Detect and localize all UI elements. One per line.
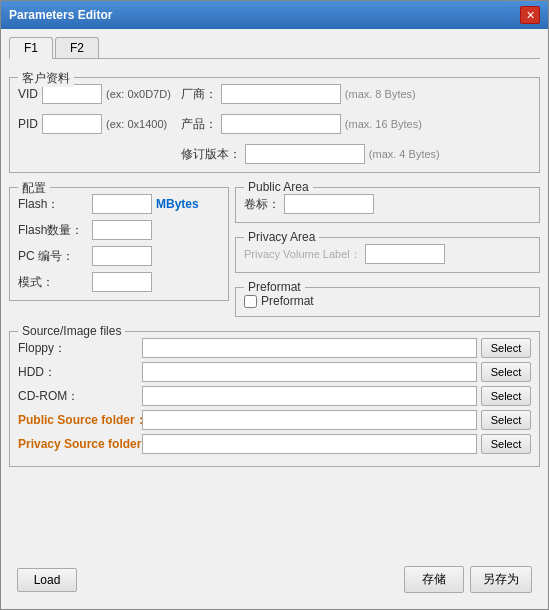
hdd-label: HDD： (18, 364, 138, 381)
preformat-section: Preformat Preformat (235, 287, 540, 317)
preformat-checkbox[interactable] (244, 295, 257, 308)
vid-row: VID (ex: 0x0D7D) (18, 84, 171, 104)
footer-right: 存储 另存为 (404, 566, 532, 593)
title-controls: ✕ (520, 6, 540, 24)
config-title: 配置 (18, 180, 50, 197)
floppy-row: Floppy： Select (18, 338, 531, 358)
flash-count-row: Flash数量： (18, 220, 220, 240)
vid-label: VID (18, 87, 38, 101)
pc-number-row: PC 编号： (18, 246, 220, 266)
public-source-row: Public Source folder： Select (18, 410, 531, 430)
privacy-source-select-button[interactable]: Select (481, 434, 531, 454)
customer-content: VID (ex: 0x0D7D) PID (ex: 0x1400) 厂商： (18, 84, 531, 164)
load-button[interactable]: Load (17, 568, 77, 592)
pid-input[interactable] (42, 114, 102, 134)
window-title: Parameters Editor (9, 8, 112, 22)
preformat-label: Preformat (261, 294, 314, 308)
cdrom-label: CD-ROM： (18, 388, 138, 405)
customer-title: 客户资料 (18, 70, 74, 87)
flash-label: Flash： (18, 196, 88, 213)
left-section: 配置 Flash： MBytes Flash数量： PC 编号： (9, 179, 229, 317)
customer-section: 客户资料 VID (ex: 0x0D7D) PID (ex: 0x1400) (9, 77, 540, 173)
hdd-select-button[interactable]: Select (481, 362, 531, 382)
main-window: Parameters Editor ✕ F1 F2 客户资料 VID (ex: … (0, 0, 549, 610)
save-button[interactable]: 存储 (404, 566, 464, 593)
pc-number-input[interactable] (92, 246, 152, 266)
floppy-label: Floppy： (18, 340, 138, 357)
revision-label: 修订版本： (181, 146, 241, 163)
vid-input[interactable] (42, 84, 102, 104)
hdd-row: HDD： Select (18, 362, 531, 382)
vendor-input[interactable] (221, 84, 341, 104)
privacy-volume-input[interactable] (365, 244, 445, 264)
flash-input[interactable] (92, 194, 152, 214)
close-button[interactable]: ✕ (520, 6, 540, 24)
customer-left: VID (ex: 0x0D7D) PID (ex: 0x1400) (18, 84, 171, 164)
privacy-volume-label: Privacy Volume Label： (244, 247, 361, 262)
tab-f1[interactable]: F1 (9, 37, 53, 59)
privacy-source-row: Privacy Source folder： Select (18, 434, 531, 454)
source-files-section: Source/Image files Floppy： Select HDD： S… (9, 331, 540, 467)
privacy-area-title: Privacy Area (244, 230, 319, 244)
preformat-title: Preformat (244, 280, 305, 294)
mode-row: 模式： (18, 272, 220, 292)
content-area: F1 F2 客户资料 VID (ex: 0x0D7D) PID (ex: 0x1 (1, 29, 548, 609)
public-source-label: Public Source folder： (18, 412, 138, 429)
tab-f2[interactable]: F2 (55, 37, 99, 58)
vendor-max: (max. 8 Bytes) (345, 88, 416, 100)
floppy-input[interactable] (142, 338, 477, 358)
save-as-button[interactable]: 另存为 (470, 566, 532, 593)
tab-bar: F1 F2 (9, 37, 540, 59)
flash-count-input[interactable] (92, 220, 152, 240)
config-section: 配置 Flash： MBytes Flash数量： PC 编号： (9, 187, 229, 301)
preformat-row: Preformat (244, 294, 531, 308)
public-source-select-button[interactable]: Select (481, 410, 531, 430)
revision-max: (max. 4 Bytes) (369, 148, 440, 160)
source-rows-container: Floppy： Select HDD： Select CD-ROM： Selec… (18, 338, 531, 454)
pid-hint: (ex: 0x1400) (106, 118, 167, 130)
source-files-title: Source/Image files (18, 324, 125, 338)
pc-number-label: PC 编号： (18, 248, 88, 265)
customer-right: 厂商： (max. 8 Bytes) 产品： (max. 16 Bytes) 修… (181, 84, 531, 164)
floppy-select-button[interactable]: Select (481, 338, 531, 358)
footer: Load 存储 另存为 (9, 558, 540, 601)
volume-row: 卷标： (244, 194, 531, 214)
privacy-label-row: Privacy Volume Label： (244, 244, 531, 264)
volume-label: 卷标： (244, 196, 280, 213)
mode-input[interactable] (92, 272, 152, 292)
title-bar: Parameters Editor ✕ (1, 1, 548, 29)
hdd-input[interactable] (142, 362, 477, 382)
flash-row: Flash： MBytes (18, 194, 220, 214)
pid-row: PID (ex: 0x1400) (18, 114, 171, 134)
public-area: Public Area 卷标： (235, 187, 540, 223)
product-label: 产品： (181, 116, 217, 133)
revision-input[interactable] (245, 144, 365, 164)
product-input[interactable] (221, 114, 341, 134)
product-max: (max. 16 Bytes) (345, 118, 422, 130)
privacy-source-input[interactable] (142, 434, 477, 454)
right-section: Public Area 卷标： Privacy Area Privacy Vol… (235, 179, 540, 317)
cdrom-row: CD-ROM： Select (18, 386, 531, 406)
volume-input[interactable] (284, 194, 374, 214)
vendor-row: 厂商： (max. 8 Bytes) (181, 84, 531, 104)
cdrom-select-button[interactable]: Select (481, 386, 531, 406)
privacy-area: Privacy Area Privacy Volume Label： (235, 237, 540, 273)
product-row: 产品： (max. 16 Bytes) (181, 114, 531, 134)
privacy-source-label: Privacy Source folder： (18, 436, 138, 453)
revision-row: 修订版本： (max. 4 Bytes) (181, 144, 531, 164)
vid-hint: (ex: 0x0D7D) (106, 88, 171, 100)
pid-label: PID (18, 117, 38, 131)
flash-count-label: Flash数量： (18, 222, 88, 239)
vendor-label: 厂商： (181, 86, 217, 103)
public-source-input[interactable] (142, 410, 477, 430)
cdrom-input[interactable] (142, 386, 477, 406)
flash-unit: MBytes (156, 197, 199, 211)
mode-label: 模式： (18, 274, 88, 291)
main-sections: 配置 Flash： MBytes Flash数量： PC 编号： (9, 179, 540, 317)
public-area-title: Public Area (244, 180, 313, 194)
